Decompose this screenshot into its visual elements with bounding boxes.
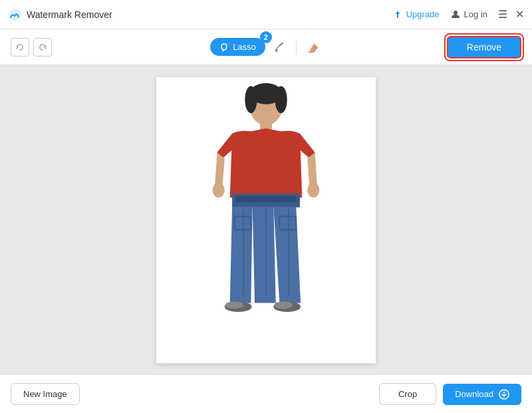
svg-point-2 <box>275 49 277 52</box>
main-content <box>0 65 532 374</box>
svg-rect-11 <box>236 196 297 202</box>
svg-point-0 <box>9 9 21 21</box>
app-icon <box>8 8 21 21</box>
svg-point-9 <box>307 182 319 198</box>
title-bar-left: Watermark Remover <box>8 8 112 21</box>
person-image <box>156 77 376 363</box>
user-icon <box>450 9 461 20</box>
window-controls: ☰ ✕ <box>498 9 524 20</box>
toolbar-right: Remove <box>447 36 521 59</box>
toolbar-center: 2 Lasso <box>210 38 322 56</box>
badge-container: 2 Lasso <box>210 38 265 56</box>
eraser-icon <box>307 41 319 53</box>
svg-point-19 <box>225 301 243 309</box>
brush-icon <box>273 41 285 53</box>
download-button[interactable]: Download <box>443 384 521 405</box>
remove-button[interactable]: Remove <box>447 36 521 59</box>
brush-tool-button[interactable] <box>271 39 288 56</box>
toolbar-left <box>11 38 52 57</box>
title-bar-right: Upgrade Log in ☰ ✕ <box>392 9 524 20</box>
crop-button[interactable]: Crop <box>379 383 436 405</box>
toolbar-divider <box>296 40 297 55</box>
svg-point-20 <box>274 301 292 309</box>
bottom-bar: New Image Crop Download <box>0 374 532 413</box>
app-title: Watermark Remover <box>27 9 112 20</box>
tool-badge: 2 <box>260 31 272 43</box>
svg-point-6 <box>275 86 287 113</box>
title-bar: Watermark Remover Upgrade Log in ☰ ✕ <box>0 0 532 29</box>
redo-button[interactable] <box>33 38 52 57</box>
remove-button-wrapper: Remove <box>447 36 521 59</box>
redo-icon <box>38 43 47 52</box>
lasso-tool-button[interactable]: Lasso <box>210 38 265 56</box>
hamburger-button[interactable]: ☰ <box>498 9 507 20</box>
download-icon <box>499 389 509 400</box>
bottom-right: Crop Download <box>379 383 521 405</box>
lasso-icon <box>219 43 229 52</box>
svg-point-5 <box>245 86 257 113</box>
bottom-left: New Image <box>11 383 80 405</box>
upgrade-icon <box>392 9 403 20</box>
svg-point-8 <box>213 182 225 198</box>
undo-icon <box>15 43 25 52</box>
login-button[interactable]: Log in <box>450 9 487 20</box>
upgrade-button[interactable]: Upgrade <box>392 9 440 20</box>
undo-button[interactable] <box>11 38 29 57</box>
image-canvas <box>156 77 376 363</box>
close-button[interactable]: ✕ <box>515 9 524 20</box>
toolbar: 2 Lasso <box>0 29 532 65</box>
new-image-button[interactable]: New Image <box>11 383 80 405</box>
svg-point-1 <box>454 11 458 15</box>
eraser-tool-button[interactable] <box>305 39 322 56</box>
